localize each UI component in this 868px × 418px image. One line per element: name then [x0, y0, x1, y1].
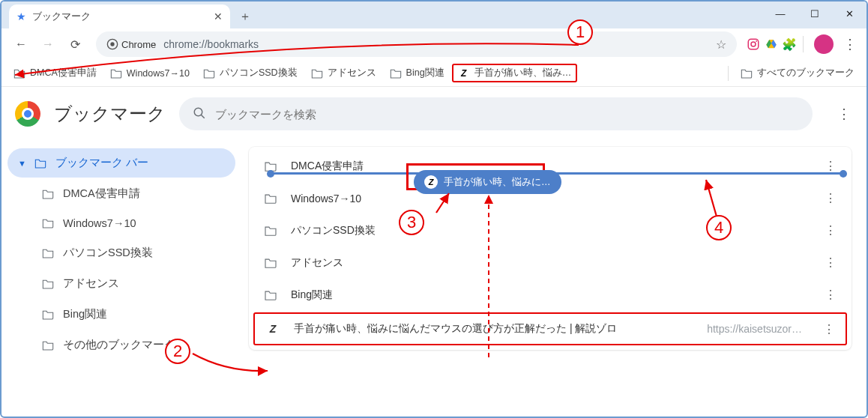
row-menu-icon[interactable]: ⋮ — [825, 191, 837, 205]
annotation-arrow-2 — [189, 350, 279, 380]
annotation-dashed-arrow — [481, 189, 496, 361]
search-input[interactable] — [215, 108, 799, 121]
list-row-link-highlighted[interactable]: Z 手首が痛い時、悩みに悩んだマウスの選び方が正解だった | 解説ゾロ http… — [253, 312, 847, 345]
row-menu-icon[interactable]: ⋮ — [823, 322, 835, 336]
folder-icon — [42, 248, 54, 258]
folder-icon — [42, 279, 54, 289]
svg-point-4 — [756, 40, 757, 42]
row-menu-icon[interactable]: ⋮ — [825, 255, 837, 270]
search-bookmarks[interactable] — [179, 97, 813, 130]
page-menu-icon[interactable]: ⋮ — [835, 106, 853, 122]
window-titlebar: ★ ブックマーク ✕ ＋ ― ☐ ✕ — [1, 1, 867, 28]
row-menu-icon[interactable]: ⋮ — [825, 159, 837, 173]
svg-point-5 — [194, 108, 202, 116]
minimize-button[interactable]: ― — [763, 1, 798, 25]
page-title: ブックマーク — [54, 102, 166, 126]
folder-icon — [264, 290, 277, 300]
svg-point-3 — [751, 42, 756, 46]
bookmark-star-icon[interactable]: ☆ — [716, 37, 726, 52]
list-row[interactable]: Bing関連⋮ — [249, 279, 852, 311]
list-row[interactable]: パソコンSSD換装⋮ — [249, 214, 852, 246]
tab-title: ブックマーク — [32, 10, 208, 23]
folder-icon — [34, 158, 46, 169]
folder-icon — [42, 309, 54, 320]
browser-tab[interactable]: ★ ブックマーク ✕ — [9, 4, 230, 28]
sidebar-root[interactable]: ▼ ブックマーク バー — [7, 148, 235, 178]
browser-menu-icon[interactable]: ⋮ — [841, 36, 859, 52]
close-window-button[interactable]: ✕ — [832, 1, 867, 25]
annotation-arrow-4 — [699, 175, 729, 220]
all-bookmarks-button[interactable]: すべてのブックマーク — [735, 64, 861, 82]
sidebar-item[interactable]: DMCA侵害申請 — [7, 179, 235, 208]
folder-icon — [42, 340, 54, 351]
profile-avatar[interactable] — [814, 34, 834, 54]
folder-icon — [264, 193, 277, 204]
extensions-icon[interactable]: 🧩 — [782, 37, 797, 52]
z-favicon-icon: Z — [424, 175, 438, 189]
search-icon — [193, 106, 206, 122]
chrome-logo-icon — [15, 101, 40, 127]
row-menu-icon[interactable]: ⋮ — [825, 223, 837, 237]
folder-icon — [42, 189, 54, 199]
sidebar-item[interactable]: パソコンSSD換装 — [7, 238, 235, 267]
separator — [803, 36, 804, 52]
svg-line-6 — [201, 115, 205, 118]
annotation-3: 3 — [399, 210, 424, 235]
chevron-down-icon: ▼ — [18, 159, 25, 168]
z-favicon-icon: Z — [265, 321, 280, 336]
folder-icon — [42, 218, 54, 228]
row-menu-icon[interactable]: ⋮ — [825, 288, 837, 302]
sidebar-item[interactable]: Windows7→10 — [7, 210, 235, 237]
sidebar-item[interactable]: Bing関連 — [7, 300, 235, 329]
folder-icon — [741, 68, 753, 79]
sidebar-item[interactable]: アドセンス — [7, 269, 235, 298]
close-tab-icon[interactable]: ✕ — [214, 10, 223, 22]
maximize-button[interactable]: ☐ — [798, 1, 832, 25]
new-tab-button[interactable]: ＋ — [235, 6, 256, 27]
separator — [728, 66, 729, 81]
annotation-2: 2 — [165, 339, 190, 364]
annotation-arrow-1 — [1, 40, 586, 85]
folder-icon — [264, 225, 277, 236]
bookmarks-sidebar: ▼ ブックマーク バー DMCA侵害申請 Windows7→10 パソコンSSD… — [1, 147, 241, 361]
drive-extension-icon[interactable] — [764, 37, 779, 52]
list-row[interactable]: アドセンス⋮ — [249, 246, 852, 279]
url-preview: https://kaisetsuzor… — [707, 323, 802, 335]
annotation-1: 1 — [567, 19, 593, 45]
annotation-arrow-3 — [433, 189, 462, 219]
bookmarks-header: ブックマーク ⋮ — [1, 87, 867, 141]
instagram-extension-icon[interactable] — [746, 37, 761, 52]
star-icon: ★ — [16, 10, 26, 22]
folder-icon — [264, 258, 277, 268]
annotation-4: 4 — [706, 215, 732, 240]
window-controls: ― ☐ ✕ — [763, 1, 867, 25]
